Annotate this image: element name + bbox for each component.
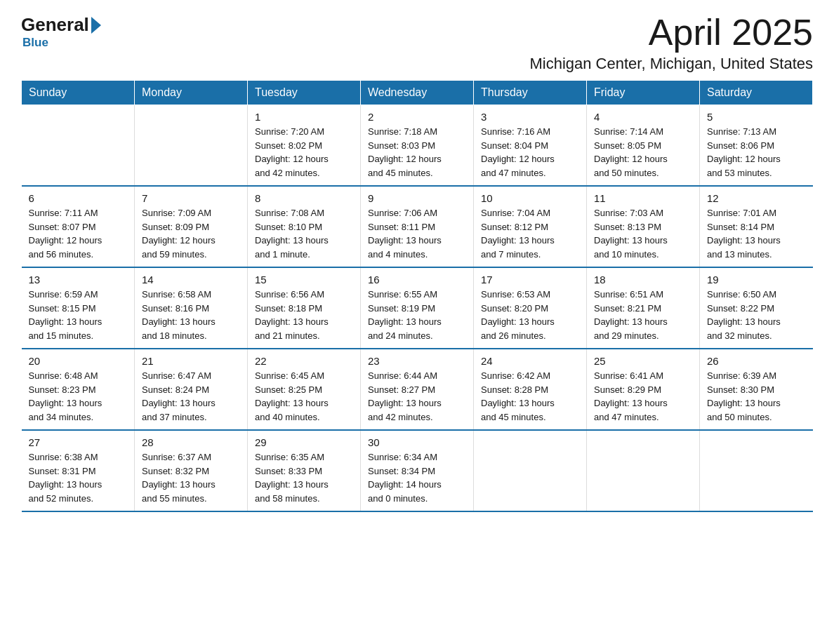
calendar-cell: 8Sunrise: 7:08 AM Sunset: 8:10 PM Daylig… [248,186,361,267]
calendar-cell: 9Sunrise: 7:06 AM Sunset: 8:11 PM Daylig… [361,186,474,267]
day-number: 17 [481,274,579,286]
calendar-cell: 21Sunrise: 6:47 AM Sunset: 8:24 PM Dayli… [135,349,248,430]
day-number: 6 [29,192,128,204]
day-info: Sunrise: 6:56 AM Sunset: 8:18 PM Dayligh… [255,288,353,342]
calendar-cell: 13Sunrise: 6:59 AM Sunset: 8:15 PM Dayli… [22,267,135,349]
calendar-cell [135,105,248,187]
calendar-cell: 15Sunrise: 6:56 AM Sunset: 8:18 PM Dayli… [248,267,361,349]
calendar-cell: 12Sunrise: 7:01 AM Sunset: 8:14 PM Dayli… [700,186,813,267]
month-title: April 2025 [529,14,813,51]
logo-blue-text: Blue [22,36,48,50]
day-number: 13 [29,274,128,286]
calendar-cell: 19Sunrise: 6:50 AM Sunset: 8:22 PM Dayli… [700,267,813,349]
calendar-cell: 16Sunrise: 6:55 AM Sunset: 8:19 PM Dayli… [361,267,474,349]
day-info: Sunrise: 7:16 AM Sunset: 8:04 PM Dayligh… [481,125,579,180]
calendar-cell: 30Sunrise: 6:34 AM Sunset: 8:34 PM Dayli… [361,430,474,511]
calendar-week-3: 13Sunrise: 6:59 AM Sunset: 8:15 PM Dayli… [22,267,813,349]
calendar-body: 1Sunrise: 7:20 AM Sunset: 8:02 PM Daylig… [22,105,813,512]
day-info: Sunrise: 6:55 AM Sunset: 8:19 PM Dayligh… [368,288,466,342]
day-info: Sunrise: 6:47 AM Sunset: 8:24 PM Dayligh… [142,369,240,424]
day-info: Sunrise: 6:48 AM Sunset: 8:23 PM Dayligh… [29,369,128,424]
calendar-cell [700,430,813,511]
calendar-cell: 18Sunrise: 6:51 AM Sunset: 8:21 PM Dayli… [587,267,700,349]
day-of-week-sunday: Sunday [22,81,135,105]
day-info: Sunrise: 6:41 AM Sunset: 8:29 PM Dayligh… [594,369,692,424]
day-number: 12 [707,192,806,204]
day-info: Sunrise: 7:13 AM Sunset: 8:06 PM Dayligh… [707,125,806,180]
days-of-week-row: SundayMondayTuesdayWednesdayThursdayFrid… [22,81,813,105]
day-number: 18 [594,274,692,286]
logo-text: General [21,14,103,36]
calendar-cell: 6Sunrise: 7:11 AM Sunset: 8:07 PM Daylig… [22,186,135,267]
calendar-cell: 24Sunrise: 6:42 AM Sunset: 8:28 PM Dayli… [474,349,587,430]
day-number: 10 [481,192,579,204]
day-info: Sunrise: 7:01 AM Sunset: 8:14 PM Dayligh… [707,206,806,261]
logo: General Blue [21,14,103,50]
day-info: Sunrise: 7:18 AM Sunset: 8:03 PM Dayligh… [368,125,466,180]
calendar-cell: 28Sunrise: 6:37 AM Sunset: 8:32 PM Dayli… [135,430,248,511]
day-number: 3 [481,111,579,123]
day-info: Sunrise: 6:39 AM Sunset: 8:30 PM Dayligh… [707,369,806,424]
day-info: Sunrise: 7:11 AM Sunset: 8:07 PM Dayligh… [29,206,128,261]
calendar-cell [474,430,587,511]
day-number: 4 [594,111,692,123]
day-of-week-thursday: Thursday [474,81,587,105]
calendar-cell: 1Sunrise: 7:20 AM Sunset: 8:02 PM Daylig… [248,105,361,187]
day-info: Sunrise: 7:08 AM Sunset: 8:10 PM Dayligh… [255,206,353,261]
day-number: 20 [29,355,128,367]
day-info: Sunrise: 6:50 AM Sunset: 8:22 PM Dayligh… [707,288,806,342]
calendar-cell: 5Sunrise: 7:13 AM Sunset: 8:06 PM Daylig… [700,105,813,187]
day-info: Sunrise: 7:09 AM Sunset: 8:09 PM Dayligh… [142,206,240,261]
day-number: 7 [142,192,240,204]
day-number: 2 [368,111,466,123]
day-info: Sunrise: 7:06 AM Sunset: 8:11 PM Dayligh… [368,206,466,261]
day-info: Sunrise: 6:42 AM Sunset: 8:28 PM Dayligh… [481,369,579,424]
day-info: Sunrise: 6:35 AM Sunset: 8:33 PM Dayligh… [255,450,353,505]
day-info: Sunrise: 6:45 AM Sunset: 8:25 PM Dayligh… [255,369,353,424]
day-number: 19 [707,274,806,286]
logo-general-text: General [21,14,89,36]
calendar-cell [587,430,700,511]
calendar-week-5: 27Sunrise: 6:38 AM Sunset: 8:31 PM Dayli… [22,430,813,511]
day-info: Sunrise: 6:59 AM Sunset: 8:15 PM Dayligh… [29,288,128,342]
title-section: April 2025 Michigan Center, Michigan, Un… [529,14,813,73]
location-title: Michigan Center, Michigan, United States [529,55,813,73]
day-number: 14 [142,274,240,286]
calendar-week-4: 20Sunrise: 6:48 AM Sunset: 8:23 PM Dayli… [22,349,813,430]
calendar-week-2: 6Sunrise: 7:11 AM Sunset: 8:07 PM Daylig… [22,186,813,267]
day-number: 30 [368,436,466,448]
calendar-cell: 17Sunrise: 6:53 AM Sunset: 8:20 PM Dayli… [474,267,587,349]
calendar-cell: 7Sunrise: 7:09 AM Sunset: 8:09 PM Daylig… [135,186,248,267]
day-of-week-saturday: Saturday [700,81,813,105]
calendar-cell: 10Sunrise: 7:04 AM Sunset: 8:12 PM Dayli… [474,186,587,267]
calendar-cell: 22Sunrise: 6:45 AM Sunset: 8:25 PM Dayli… [248,349,361,430]
day-info: Sunrise: 7:14 AM Sunset: 8:05 PM Dayligh… [594,125,692,180]
calendar-cell: 11Sunrise: 7:03 AM Sunset: 8:13 PM Dayli… [587,186,700,267]
day-number: 11 [594,192,692,204]
day-number: 24 [481,355,579,367]
day-of-week-wednesday: Wednesday [361,81,474,105]
day-of-week-monday: Monday [135,81,248,105]
day-number: 28 [142,436,240,448]
day-number: 21 [142,355,240,367]
logo-triangle-icon [91,17,101,34]
calendar-header: SundayMondayTuesdayWednesdayThursdayFrid… [22,81,813,105]
calendar-week-1: 1Sunrise: 7:20 AM Sunset: 8:02 PM Daylig… [22,105,813,187]
calendar-cell [22,105,135,187]
day-number: 1 [255,111,353,123]
day-info: Sunrise: 6:58 AM Sunset: 8:16 PM Dayligh… [142,288,240,342]
day-number: 15 [255,274,353,286]
calendar-cell: 14Sunrise: 6:58 AM Sunset: 8:16 PM Dayli… [135,267,248,349]
calendar-cell: 26Sunrise: 6:39 AM Sunset: 8:30 PM Dayli… [700,349,813,430]
calendar-cell: 23Sunrise: 6:44 AM Sunset: 8:27 PM Dayli… [361,349,474,430]
day-number: 26 [707,355,806,367]
calendar-cell: 4Sunrise: 7:14 AM Sunset: 8:05 PM Daylig… [587,105,700,187]
calendar-cell: 29Sunrise: 6:35 AM Sunset: 8:33 PM Dayli… [248,430,361,511]
day-info: Sunrise: 6:38 AM Sunset: 8:31 PM Dayligh… [29,450,128,505]
day-of-week-tuesday: Tuesday [248,81,361,105]
day-of-week-friday: Friday [587,81,700,105]
calendar-cell: 2Sunrise: 7:18 AM Sunset: 8:03 PM Daylig… [361,105,474,187]
day-number: 9 [368,192,466,204]
day-number: 8 [255,192,353,204]
day-number: 27 [29,436,128,448]
